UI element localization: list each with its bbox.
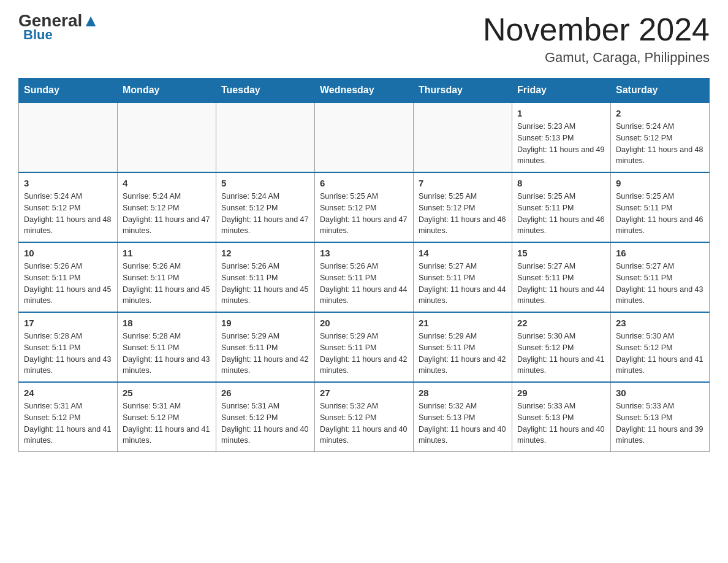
calendar-cell: 26Sunrise: 5:31 AM Sunset: 5:12 PM Dayli…	[216, 382, 315, 452]
day-info: Sunrise: 5:25 AM Sunset: 5:11 PM Dayligh…	[616, 191, 704, 237]
calendar-cell: 6Sunrise: 5:25 AM Sunset: 5:12 PM Daylig…	[315, 172, 414, 242]
day-info: Sunrise: 5:30 AM Sunset: 5:12 PM Dayligh…	[616, 331, 704, 377]
day-number: 12	[221, 248, 309, 258]
day-number: 1	[517, 108, 605, 118]
calendar-cell: 24Sunrise: 5:31 AM Sunset: 5:12 PM Dayli…	[19, 382, 118, 452]
day-number: 24	[24, 388, 112, 398]
day-number: 3	[24, 178, 112, 188]
calendar-header-row: Sunday Monday Tuesday Wednesday Thursday…	[19, 79, 710, 103]
calendar-cell: 18Sunrise: 5:28 AM Sunset: 5:11 PM Dayli…	[118, 312, 216, 382]
day-number: 9	[616, 178, 704, 188]
day-info: Sunrise: 5:30 AM Sunset: 5:12 PM Dayligh…	[517, 331, 605, 377]
calendar-cell: 11Sunrise: 5:26 AM Sunset: 5:11 PM Dayli…	[118, 242, 216, 312]
day-info: Sunrise: 5:32 AM Sunset: 5:12 PM Dayligh…	[320, 400, 408, 446]
calendar-cell: 5Sunrise: 5:24 AM Sunset: 5:12 PM Daylig…	[216, 172, 315, 242]
day-info: Sunrise: 5:25 AM Sunset: 5:12 PM Dayligh…	[419, 191, 507, 237]
logo-blue-text: Blue	[23, 27, 53, 43]
day-number: 21	[419, 318, 507, 328]
calendar-cell	[414, 102, 512, 172]
day-info: Sunrise: 5:29 AM Sunset: 5:11 PM Dayligh…	[221, 331, 309, 377]
day-number: 15	[517, 248, 605, 258]
calendar-cell: 17Sunrise: 5:28 AM Sunset: 5:11 PM Dayli…	[19, 312, 118, 382]
day-info: Sunrise: 5:26 AM Sunset: 5:11 PM Dayligh…	[123, 261, 211, 307]
title-block: November 2024 Gamut, Caraga, Philippines	[483, 12, 710, 66]
day-number: 23	[616, 318, 704, 328]
day-number: 2	[616, 108, 704, 118]
day-info: Sunrise: 5:25 AM Sunset: 5:11 PM Dayligh…	[517, 191, 605, 237]
day-info: Sunrise: 5:25 AM Sunset: 5:12 PM Dayligh…	[320, 191, 408, 237]
calendar-week-row: 3Sunrise: 5:24 AM Sunset: 5:12 PM Daylig…	[19, 172, 710, 242]
calendar-cell: 19Sunrise: 5:29 AM Sunset: 5:11 PM Dayli…	[216, 312, 315, 382]
calendar-cell: 4Sunrise: 5:24 AM Sunset: 5:12 PM Daylig…	[118, 172, 216, 242]
calendar-week-row: 17Sunrise: 5:28 AM Sunset: 5:11 PM Dayli…	[19, 312, 710, 382]
calendar-cell: 28Sunrise: 5:32 AM Sunset: 5:13 PM Dayli…	[414, 382, 512, 452]
day-number: 30	[616, 388, 704, 398]
day-info: Sunrise: 5:26 AM Sunset: 5:11 PM Dayligh…	[221, 261, 309, 307]
calendar-week-row: 1Sunrise: 5:23 AM Sunset: 5:13 PM Daylig…	[19, 102, 710, 172]
calendar-subtitle: Gamut, Caraga, Philippines	[483, 50, 710, 66]
header-sunday: Sunday	[19, 79, 118, 103]
day-info: Sunrise: 5:26 AM Sunset: 5:11 PM Dayligh…	[320, 261, 408, 307]
day-number: 29	[517, 388, 605, 398]
calendar-cell: 23Sunrise: 5:30 AM Sunset: 5:12 PM Dayli…	[611, 312, 710, 382]
calendar-cell: 20Sunrise: 5:29 AM Sunset: 5:11 PM Dayli…	[315, 312, 414, 382]
day-number: 18	[123, 318, 211, 328]
calendar-cell: 1Sunrise: 5:23 AM Sunset: 5:13 PM Daylig…	[512, 102, 611, 172]
logo: General▲ Blue	[18, 12, 99, 43]
calendar-cell: 12Sunrise: 5:26 AM Sunset: 5:11 PM Dayli…	[216, 242, 315, 312]
calendar-cell: 7Sunrise: 5:25 AM Sunset: 5:12 PM Daylig…	[414, 172, 512, 242]
day-number: 4	[123, 178, 211, 188]
calendar-cell: 15Sunrise: 5:27 AM Sunset: 5:11 PM Dayli…	[512, 242, 611, 312]
calendar-cell: 27Sunrise: 5:32 AM Sunset: 5:12 PM Dayli…	[315, 382, 414, 452]
calendar-cell: 29Sunrise: 5:33 AM Sunset: 5:13 PM Dayli…	[512, 382, 611, 452]
header-monday: Monday	[118, 79, 216, 103]
day-info: Sunrise: 5:33 AM Sunset: 5:13 PM Dayligh…	[616, 400, 704, 446]
day-number: 17	[24, 318, 112, 328]
day-info: Sunrise: 5:31 AM Sunset: 5:12 PM Dayligh…	[123, 400, 211, 446]
calendar-cell: 9Sunrise: 5:25 AM Sunset: 5:11 PM Daylig…	[611, 172, 710, 242]
day-info: Sunrise: 5:28 AM Sunset: 5:11 PM Dayligh…	[24, 331, 112, 377]
day-number: 8	[517, 178, 605, 188]
day-number: 11	[123, 248, 211, 258]
calendar-cell: 8Sunrise: 5:25 AM Sunset: 5:11 PM Daylig…	[512, 172, 611, 242]
day-info: Sunrise: 5:29 AM Sunset: 5:11 PM Dayligh…	[419, 331, 507, 377]
calendar-cell: 25Sunrise: 5:31 AM Sunset: 5:12 PM Dayli…	[118, 382, 216, 452]
day-info: Sunrise: 5:28 AM Sunset: 5:11 PM Dayligh…	[123, 331, 211, 377]
day-number: 5	[221, 178, 309, 188]
day-number: 26	[221, 388, 309, 398]
calendar-cell: 22Sunrise: 5:30 AM Sunset: 5:12 PM Dayli…	[512, 312, 611, 382]
calendar-cell: 2Sunrise: 5:24 AM Sunset: 5:12 PM Daylig…	[611, 102, 710, 172]
header-tuesday: Tuesday	[216, 79, 315, 103]
day-number: 7	[419, 178, 507, 188]
day-number: 22	[517, 318, 605, 328]
day-number: 6	[320, 178, 408, 188]
calendar-cell	[315, 102, 414, 172]
day-info: Sunrise: 5:31 AM Sunset: 5:12 PM Dayligh…	[221, 400, 309, 446]
day-info: Sunrise: 5:33 AM Sunset: 5:13 PM Dayligh…	[517, 400, 605, 446]
day-number: 10	[24, 248, 112, 258]
day-info: Sunrise: 5:24 AM Sunset: 5:12 PM Dayligh…	[616, 121, 704, 167]
day-info: Sunrise: 5:31 AM Sunset: 5:12 PM Dayligh…	[24, 400, 112, 446]
day-number: 16	[616, 248, 704, 258]
page-header: General▲ Blue November 2024 Gamut, Carag…	[18, 12, 710, 66]
calendar-table: Sunday Monday Tuesday Wednesday Thursday…	[18, 78, 710, 452]
calendar-cell: 10Sunrise: 5:26 AM Sunset: 5:11 PM Dayli…	[19, 242, 118, 312]
day-info: Sunrise: 5:24 AM Sunset: 5:12 PM Dayligh…	[24, 191, 112, 237]
calendar-cell: 21Sunrise: 5:29 AM Sunset: 5:11 PM Dayli…	[414, 312, 512, 382]
calendar-cell	[19, 102, 118, 172]
calendar-cell: 13Sunrise: 5:26 AM Sunset: 5:11 PM Dayli…	[315, 242, 414, 312]
day-info: Sunrise: 5:29 AM Sunset: 5:11 PM Dayligh…	[320, 331, 408, 377]
calendar-cell: 16Sunrise: 5:27 AM Sunset: 5:11 PM Dayli…	[611, 242, 710, 312]
calendar-cell	[216, 102, 315, 172]
day-number: 25	[123, 388, 211, 398]
day-number: 13	[320, 248, 408, 258]
header-saturday: Saturday	[611, 79, 710, 103]
calendar-cell: 14Sunrise: 5:27 AM Sunset: 5:11 PM Dayli…	[414, 242, 512, 312]
logo-triangle-icon: ▲	[82, 11, 99, 30]
header-thursday: Thursday	[414, 79, 512, 103]
calendar-cell	[118, 102, 216, 172]
calendar-cell: 30Sunrise: 5:33 AM Sunset: 5:13 PM Dayli…	[611, 382, 710, 452]
day-info: Sunrise: 5:27 AM Sunset: 5:11 PM Dayligh…	[419, 261, 507, 307]
calendar-week-row: 24Sunrise: 5:31 AM Sunset: 5:12 PM Dayli…	[19, 382, 710, 452]
day-number: 27	[320, 388, 408, 398]
